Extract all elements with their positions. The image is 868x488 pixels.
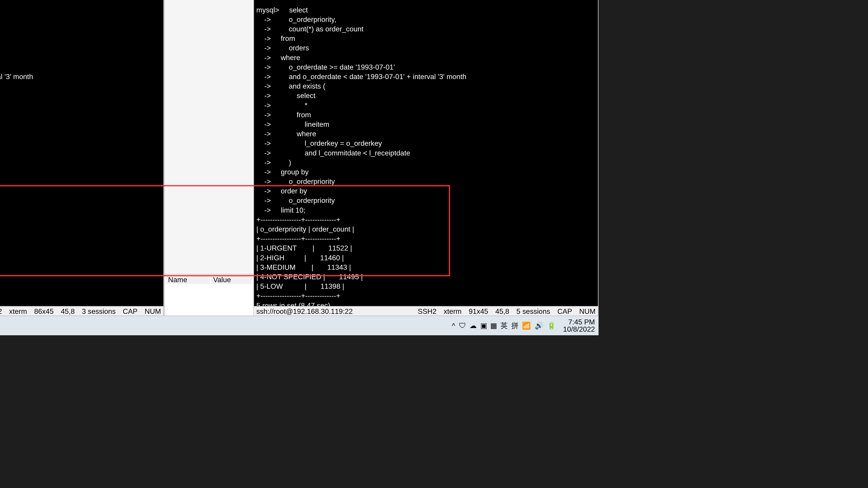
battery-icon[interactable]: 🔋 — [547, 322, 556, 330]
tray-app-icon[interactable]: ▣ — [480, 322, 487, 330]
tray-shield-icon[interactable]: 🛡 — [459, 322, 466, 330]
properties-panel-right: NameValue — [164, 274, 253, 316]
windows-taskbar[interactable]: ⊞ 🔍 ▭ 📁 ◉ N W ^ 🛡 ☁ ▣ ▦ 英 拼 📶 🔊 🔋 7:45 — [0, 316, 598, 335]
tray-app-icon[interactable]: ▦ — [490, 322, 497, 330]
statusbar-right: ssh://root@192.168.30.119:22 SSH2 xterm … — [254, 306, 598, 316]
xshell-window-left: 192.168.30.238 - root@zsl:/stonedb56/ins… — [0, 0, 164, 316]
system-tray[interactable]: ^ 🛡 ☁ ▣ ▦ 英 拼 📶 🔊 🔋 7:45 PM 10/8/2022 — [452, 319, 595, 333]
statusbar-left: ssh://root@192.168.30.238:22 SSH2 xterm … — [0, 306, 163, 316]
terminal-right[interactable]: [root@htap ~]# [root@htap ~]# [root@htap… — [254, 0, 598, 306]
terminal-output: mysql> quit Bye You have new mail in /va… — [0, 0, 48, 306]
xshell-window-right: 192.168.30.119 - root@htap:~ - Xshell 6 … — [164, 0, 598, 316]
tray-chevron-icon[interactable]: ^ — [452, 322, 455, 330]
terminal-output: [root@htap ~]# [root@htap ~]# [root@htap… — [256, 0, 481, 306]
session-manager-right: Session Manager📌 ✕ ▾All Sessions ▾Links … — [164, 0, 254, 316]
tray-cloud-icon[interactable]: ☁ — [469, 322, 477, 330]
volume-icon[interactable]: 🔊 — [535, 322, 544, 330]
ime-mode-icon[interactable]: 拼 — [511, 321, 519, 331]
session-tree-right[interactable]: ▾All Sessions ▾Links 192.168.20.233 192.… — [164, 0, 253, 274]
terminal-left[interactable]: mysql> quit Bye You have new mail in /va… — [0, 0, 163, 306]
taskbar-clock[interactable]: 7:45 PM 10/8/2022 — [563, 319, 595, 333]
ime-lang-icon[interactable]: 英 — [500, 321, 508, 331]
wifi-icon[interactable]: 📶 — [522, 322, 531, 330]
